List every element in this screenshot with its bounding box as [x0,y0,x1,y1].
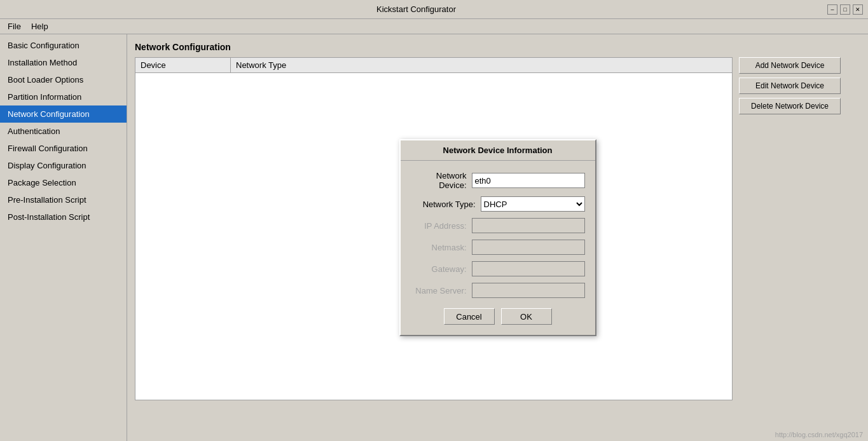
ip-address-field: IP Address: [411,218,585,233]
sidebar-item-network-configuration[interactable]: Network Configuration [0,105,127,123]
name-server-label: Name Server: [411,286,472,295]
window-title: Kickstart Configurator [5,4,827,14]
netmask-field: Netmask: [411,240,585,255]
network-device-label: Network Device: [411,171,472,190]
title-bar: Kickstart Configurator – □ ✕ [0,0,868,19]
name-server-input[interactable] [472,283,585,298]
ip-address-label: IP Address: [411,221,472,231]
window-controls: – □ ✕ [827,4,863,15]
cancel-button[interactable]: Cancel [444,308,495,325]
network-type-label: Network Type: [411,200,481,209]
sidebar-item-partition-information[interactable]: Partition Information [0,88,127,105]
menu-bar: File Help [0,19,868,34]
menu-help[interactable]: Help [26,20,53,32]
network-device-dialog: Network Device Information Network Devic… [399,139,596,336]
sidebar-item-firewall-configuration[interactable]: Firewall Configuration [0,140,127,157]
sidebar-item-display-configuration[interactable]: Display Configuration [0,157,127,174]
network-type-select[interactable]: DHCP Static IP BOOTP [481,196,585,212]
sidebar-item-authentication[interactable]: Authentication [0,123,127,140]
sidebar-item-installation-method[interactable]: Installation Method [0,54,127,71]
sidebar-item-post-installation-script[interactable]: Post-Installation Script [0,208,127,226]
dialog-buttons: Cancel OK [411,308,585,325]
close-button[interactable]: ✕ [853,4,863,15]
sidebar: Basic Configuration Installation Method … [0,34,127,441]
sidebar-item-pre-installation-script[interactable]: Pre-Installation Script [0,191,127,208]
menu-file[interactable]: File [3,20,26,32]
dialog-body: Network Device: Network Type: DHCP Stati… [401,161,595,335]
main-layout: Basic Configuration Installation Method … [0,34,868,441]
ip-address-input[interactable] [472,218,585,233]
network-device-input[interactable] [472,173,585,188]
network-device-field: Network Device: [411,171,585,190]
gateway-field: Gateway: [411,261,585,276]
sidebar-item-boot-loader-options[interactable]: Boot Loader Options [0,71,127,88]
netmask-input[interactable] [472,240,585,255]
name-server-field: Name Server: [411,283,585,298]
minimize-button[interactable]: – [827,4,837,15]
gateway-input[interactable] [472,261,585,276]
netmask-label: Netmask: [411,243,472,252]
sidebar-item-basic-configuration[interactable]: Basic Configuration [0,37,127,54]
ok-button[interactable]: OK [501,308,552,325]
gateway-label: Gateway: [411,264,472,274]
maximize-button[interactable]: □ [840,4,850,15]
dialog-overlay: Network Device Information Network Devic… [127,34,868,441]
content-area: Network Configuration Device Network Typ… [127,34,868,441]
dialog-title: Network Device Information [401,140,595,161]
network-type-field: Network Type: DHCP Static IP BOOTP [411,196,585,212]
sidebar-item-package-selection[interactable]: Package Selection [0,174,127,191]
